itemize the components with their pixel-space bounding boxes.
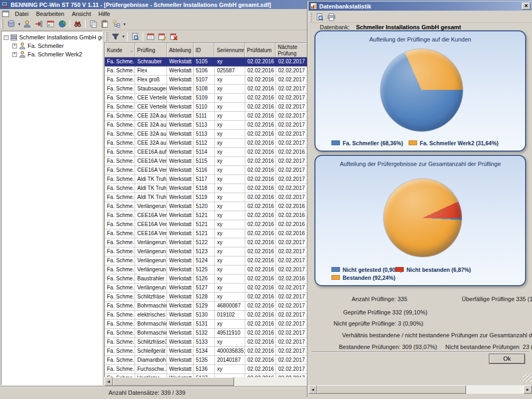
database-dropdown-caret[interactable]: ▾ — [17, 22, 21, 27]
calendar-delete-icon — [170, 32, 178, 41]
table-row[interactable]: Fa. Schme...Aldi TK Truh...Werkstatt5118… — [105, 184, 310, 193]
table-row[interactable]: Fa. Schme...CEE16A Ver...Werkstatt5121xy… — [105, 220, 310, 229]
column-header[interactable]: Prüfling — [135, 43, 167, 57]
table-row[interactable]: Fa. Schme...CEE Verteile...Werkstatt5109… — [105, 94, 310, 103]
table-cell: 02.02.2017 ... — [276, 184, 310, 193]
table-row[interactable]: Fa. Schme...BohrmaschineWerkstatt5129468… — [105, 302, 310, 311]
scrollbar-thumb[interactable] — [317, 385, 466, 394]
column-header[interactable]: ID — [194, 43, 215, 57]
table-row[interactable]: Fa. Schme...StaubsaugerWerkstatt5108xy02… — [105, 85, 310, 94]
tree-root-node[interactable]: − Schmeller Installations GmbH gesamt.sd… — [2, 33, 102, 41]
close-icon[interactable]: ✕ — [522, 3, 530, 10]
table-row[interactable]: Fa. Schme...Verlängerun...Werkstatt5120x… — [105, 202, 310, 211]
table-row[interactable]: Fa. Schme...CEE Verteile...Werkstatt5110… — [105, 103, 310, 112]
print-preview-icon — [315, 13, 324, 21]
table-row[interactable]: Fa. Schme...elektrisches ...Werkstatt513… — [105, 311, 310, 320]
table-row[interactable]: Fa. Schme...Flex großWerkstatt5107xy02.0… — [105, 76, 310, 85]
grid-horizontal-scrollbar[interactable]: ◄ — [104, 377, 310, 386]
table-row[interactable]: Fa. Schme...SchrauberWerkstatt5105xy02.0… — [105, 57, 310, 66]
scrollbar-track[interactable] — [466, 385, 523, 394]
tree-node-fa-schmeller-werk2[interactable]: + Fa. Schmeller Werk2 — [2, 50, 102, 59]
column-header[interactable]: Nächste Prüfung — [276, 43, 310, 57]
table-row[interactable]: Fa. Schme...SchlitzfräseWerkstatt5128xy0… — [105, 293, 310, 302]
table-cell: 02.02.2017 ... — [276, 238, 310, 247]
table-cell: 5125 — [194, 265, 215, 275]
copy-button[interactable] — [87, 19, 99, 29]
calendar-delete-button[interactable] — [168, 31, 180, 42]
table-row[interactable]: Fa. Schme...Diamantboh...Werkstatt513520… — [105, 356, 310, 365]
paste-button[interactable] — [99, 19, 111, 29]
table-row[interactable]: Fa. Schme...CEE16A Ver...Werkstatt5116xy… — [105, 166, 310, 175]
table-row[interactable]: Fa. Schme...Aldi TK Truh...Werkstatt5119… — [105, 193, 310, 202]
toolbar-grip[interactable] — [310, 13, 312, 21]
scroll-left-arrow-icon[interactable]: ◄ — [309, 385, 317, 394]
table-row[interactable]: Fa. Schme...Verlängerun...Werkstatt5124x… — [105, 256, 310, 265]
print-preview-button[interactable] — [314, 12, 326, 22]
table-row[interactable]: Fa. Schme...CEE16A Ver...Werkstatt5121xy… — [105, 229, 310, 238]
table-row[interactable]: Fa. Schme...Verlängerun...Werkstatt5123x… — [105, 247, 310, 256]
ok-button[interactable]: Ok — [489, 354, 525, 364]
table-row[interactable]: Fa. Schme...CEE16A auf...Werkstatt5114xy… — [105, 148, 310, 157]
table-row[interactable]: Fa. Schme...SchleifgerätWerkstatt5134400… — [105, 347, 310, 356]
menu-ansicht[interactable]: Ansicht — [68, 10, 95, 18]
statistics-button[interactable] — [56, 19, 68, 29]
import-button[interactable] — [33, 19, 45, 29]
schedule-button[interactable] — [45, 19, 56, 29]
table-row[interactable]: Fa. Schme...FlexWerkstatt510602558702.02… — [105, 66, 310, 76]
table-row[interactable]: Fa. Schme...BohrmaschineWerkstatt5131xy0… — [105, 320, 310, 329]
table-cell: 02.02.2017 ... — [276, 175, 310, 184]
calendar-edit-button[interactable] — [156, 31, 168, 42]
customer-person-icon — [19, 51, 26, 58]
column-header[interactable]: Kunde▲ — [105, 43, 135, 57]
table-cell: Fa. Schme... — [105, 329, 135, 338]
scrollbar-thumb[interactable] — [113, 377, 234, 386]
resize-grip-icon[interactable] — [523, 373, 531, 382]
search-button[interactable] — [72, 19, 84, 29]
collapse-icon[interactable]: − — [4, 35, 9, 40]
print-button[interactable] — [326, 12, 337, 22]
table-cell: Verlängerun... — [135, 247, 167, 256]
table-row[interactable]: Fa. Schme...Schlitzfräse3Werkstatt5133xy… — [105, 338, 310, 347]
tree-structure-dropdown-caret[interactable]: ▾ — [122, 22, 127, 27]
menu-bearbeiten[interactable]: Bearbeiten — [32, 10, 68, 18]
column-header[interactable]: Seriennummer — [214, 43, 245, 57]
scroll-right-arrow-icon[interactable]: ► — [523, 385, 532, 394]
scroll-left-arrow-icon[interactable]: ◄ — [104, 377, 113, 386]
print-preview-button[interactable] — [129, 31, 141, 42]
calendar-button[interactable] — [145, 31, 156, 42]
toolbar-grip[interactable] — [105, 32, 108, 41]
database-button[interactable] — [5, 19, 17, 29]
table-cell: 02.02.2016 ... — [245, 293, 276, 302]
toolbar-grip[interactable] — [1, 20, 4, 28]
table-row[interactable]: Fa. Schme...Verlängerun...Werkstatt5122x… — [105, 238, 310, 247]
expand-icon[interactable]: + — [12, 52, 17, 57]
legend-swatch-icon — [409, 140, 417, 145]
table-row[interactable]: Fa. Schme...CEE16A Ver...Werkstatt5115xy… — [105, 157, 310, 166]
expand-icon[interactable]: + — [12, 44, 17, 48]
table-cell: 02.02.2017 ... — [276, 57, 310, 66]
table-row[interactable]: Fa. Schme...Verlängerun...Werkstatt5125x… — [105, 265, 310, 275]
column-header[interactable]: Prüfdatum — [245, 43, 276, 57]
dialog-horizontal-scrollbar[interactable]: ◄ ► — [309, 385, 532, 394]
table-row[interactable]: Fa. Schme...BaustrahlerWerkstatt5126xy02… — [105, 275, 310, 284]
tree-node-fa-schmeller[interactable]: + Fa. Schmeller — [2, 41, 102, 50]
table-row[interactable]: Fa. Schme...Fuchsschw...Werkstatt5136xy0… — [105, 365, 310, 374]
menu-hilfe[interactable]: Hilfe — [95, 10, 114, 18]
table-row[interactable]: Fa. Schme...Verlängerun...Werkstatt5127x… — [105, 284, 310, 293]
table-row[interactable]: Fa. Schme...BohrmaschineWerkstatt5132495… — [105, 329, 310, 338]
table-row[interactable]: Fa. Schme...CEE 32A au...Werkstatt5111xy… — [105, 112, 310, 121]
table-row[interactable]: Fa. Schme...CEE 32A au...Werkstatt5112xy… — [105, 139, 310, 148]
column-header[interactable]: Abteilung — [167, 43, 194, 57]
filter-dropdown-caret[interactable]: ▾ — [121, 34, 126, 39]
table-row[interactable]: Fa. Schme...CEE 32A au...Werkstatt5113xy… — [105, 121, 310, 130]
customer-button[interactable] — [21, 19, 33, 29]
table-row[interactable]: Fa. Schme...CEE 32A au...Werkstatt5113xy… — [105, 130, 310, 139]
menu-datei[interactable]: Datei — [11, 10, 32, 18]
table-cell: 5131 — [194, 320, 215, 329]
table-row[interactable]: Fa. Schme...Aldi TK Truh...Werkstatt5117… — [105, 175, 310, 184]
table-row[interactable]: Fa. Schme...CEE16A Ver...Werkstatt5121xy… — [105, 211, 310, 220]
tree-structure-button[interactable] — [111, 19, 122, 29]
table-cell: 02.02.2016 ... — [276, 229, 310, 238]
table-cell: 5136 — [194, 365, 215, 374]
filter-button[interactable] — [110, 31, 121, 42]
